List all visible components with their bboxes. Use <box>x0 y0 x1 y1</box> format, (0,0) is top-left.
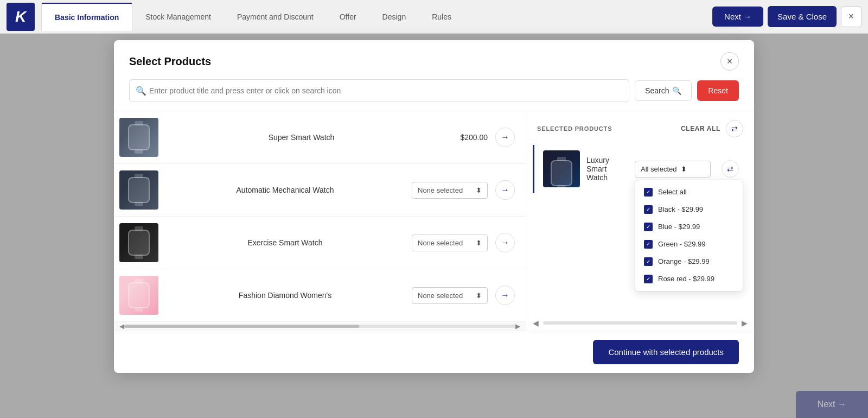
scroll-right-arrow[interactable]: ▶ <box>739 318 750 328</box>
search-bar: 🔍 Search 🔍 Reset <box>114 79 754 111</box>
checkbox-green[interactable] <box>644 240 653 249</box>
scroll-left-arrow[interactable]: ◀ <box>119 322 124 330</box>
right-panel-header: SELECTED PRODUCTS CLEAR ALL ⇄ <box>526 111 754 143</box>
search-button[interactable]: Search 🔍 <box>635 80 692 101</box>
product-name: Automatic Mechanical Watch <box>166 186 404 194</box>
tab-stock-management[interactable]: Stock Management <box>132 3 224 31</box>
checkbox-select-all[interactable] <box>644 188 653 197</box>
product-search-input[interactable] <box>129 79 629 102</box>
transfer-icon: ⇄ <box>727 164 733 173</box>
tab-rules[interactable]: Rules <box>419 3 464 31</box>
top-nav: K Basic Information Stock Management Pay… <box>0 0 868 34</box>
selected-products-panel: SELECTED PRODUCTS CLEAR ALL ⇄ <box>526 111 754 331</box>
selected-products-list: Luxury Smart Watch All selected ⬍ Select <box>526 143 754 315</box>
variant-selector: All selected ⬍ Select all <box>635 161 711 178</box>
product-item: Exercise Smart Watch None selected ⬍ → <box>114 217 526 269</box>
nav-close-button[interactable]: × <box>841 7 861 27</box>
search-magnifier-icon: 🔍 <box>672 86 681 95</box>
dropdown-item-rose-red[interactable]: Rose red - $29.99 <box>635 270 743 288</box>
modal-body: Super Smart Watch $200.00 → Automatic Me… <box>114 111 754 331</box>
right-header-actions: CLEAR ALL ⇄ <box>681 120 743 137</box>
checkbox-blue[interactable] <box>644 223 653 231</box>
dropdown-item-black[interactable]: Black - $29.99 <box>635 201 743 218</box>
product-name: Fashion Diamond Women's <box>166 291 404 300</box>
selected-products-label: SELECTED PRODUCTS <box>537 125 612 132</box>
product-list-panel: Super Smart Watch $200.00 → Automatic Me… <box>114 111 526 331</box>
right-horizontal-scroll[interactable]: ◀ ▶ <box>526 315 754 331</box>
tab-payment-discount[interactable]: Payment and Discount <box>224 3 327 31</box>
modal-overlay: Select Products × 🔍 Search 🔍 Reset <box>0 34 868 418</box>
nav-actions: Next → Save & Close × <box>712 6 861 28</box>
product-item: Fashion Diamond Women's None selected ⬍ … <box>114 269 526 322</box>
select-products-modal: Select Products × 🔍 Search 🔍 Reset <box>114 40 754 373</box>
dropdown-item-green[interactable]: Green - $29.99 <box>635 236 743 253</box>
modal-footer: Continue with selected products <box>114 331 754 373</box>
modal-close-button[interactable]: × <box>720 52 739 71</box>
clear-all-button[interactable]: CLEAR ALL <box>681 125 720 132</box>
scroll-right-arrow[interactable]: ▶ <box>515 322 520 330</box>
search-input-wrap: 🔍 <box>129 79 629 102</box>
chevron-down-icon: ⬍ <box>476 292 482 300</box>
selected-product-thumbnail <box>543 150 580 187</box>
modal-title: Select Products <box>129 55 211 68</box>
checkbox-rose-red[interactable] <box>644 275 653 283</box>
search-button-label: Search <box>645 86 669 95</box>
remove-selected-button[interactable]: ⇄ <box>722 160 739 178</box>
add-icon: → <box>501 290 509 300</box>
add-product-button[interactable]: → <box>495 233 515 252</box>
save-close-button[interactable]: Save & Close <box>768 6 837 28</box>
reset-button[interactable]: Reset <box>697 80 739 101</box>
tab-offer[interactable]: Offer <box>327 3 369 31</box>
add-product-button[interactable]: → <box>495 128 515 147</box>
transfer-icon-button[interactable]: ⇄ <box>726 120 743 137</box>
product-item: Super Smart Watch $200.00 → <box>114 111 526 164</box>
chevron-down-icon: ⬍ <box>476 186 482 194</box>
product-variant-select: None selected ⬍ <box>412 235 488 251</box>
dropdown-item-orange[interactable]: Orange - $29.99 <box>635 253 743 270</box>
variant-dropdown[interactable]: None selected ⬍ <box>412 182 488 199</box>
search-icon: 🔍 <box>136 86 146 96</box>
selected-product-name: Luxury Smart Watch <box>586 156 628 182</box>
product-thumbnail <box>119 118 158 157</box>
product-name: Exercise Smart Watch <box>166 238 404 247</box>
tab-basic-information[interactable]: Basic Information <box>41 3 132 31</box>
add-icon: → <box>501 238 509 248</box>
product-thumbnail <box>119 276 158 315</box>
product-thumbnail <box>119 170 158 210</box>
modal-header: Select Products × <box>114 40 754 79</box>
dropdown-item-blue[interactable]: Blue - $29.99 <box>635 218 743 236</box>
all-selected-dropdown[interactable]: All selected ⬍ <box>635 161 711 178</box>
product-variant-select: None selected ⬍ <box>412 287 488 304</box>
add-icon: → <box>501 132 509 142</box>
scroll-left-arrow[interactable]: ◀ <box>531 318 541 328</box>
dropdown-item-select-all[interactable]: Select all <box>635 183 743 201</box>
chevron-down-icon: ⬍ <box>476 239 482 247</box>
product-item: Automatic Mechanical Watch None selected… <box>114 164 526 217</box>
next-button[interactable]: Next → <box>712 7 763 27</box>
logo-letter: K <box>15 8 26 26</box>
add-product-button[interactable]: → <box>495 286 515 305</box>
variant-options-menu: Select all Black - $29.99 Blue - $29.99 <box>635 180 743 292</box>
product-variant-select: None selected ⬍ <box>412 182 488 199</box>
tab-design[interactable]: Design <box>369 3 419 31</box>
transfer-icon: ⇄ <box>731 124 738 133</box>
add-icon: → <box>501 185 509 195</box>
add-product-button[interactable]: → <box>495 180 515 200</box>
chevron-up-icon: ⬍ <box>681 165 687 173</box>
variant-dropdown[interactable]: None selected ⬍ <box>412 235 488 251</box>
logo: K <box>7 3 35 31</box>
product-price: $200.00 <box>444 133 488 142</box>
horizontal-scroll-bar[interactable]: ◀ ▶ <box>114 322 526 331</box>
variant-dropdown[interactable]: None selected ⬍ <box>412 287 488 304</box>
product-thumbnail <box>119 223 158 262</box>
checkbox-orange[interactable] <box>644 257 653 266</box>
checkbox-black[interactable] <box>644 205 653 214</box>
product-name: Super Smart Watch <box>166 133 437 142</box>
nav-tabs: Basic Information Stock Management Payme… <box>41 3 712 31</box>
selected-product-row: Luxury Smart Watch All selected ⬍ Select <box>533 145 748 193</box>
continue-button[interactable]: Continue with selected products <box>593 340 739 364</box>
